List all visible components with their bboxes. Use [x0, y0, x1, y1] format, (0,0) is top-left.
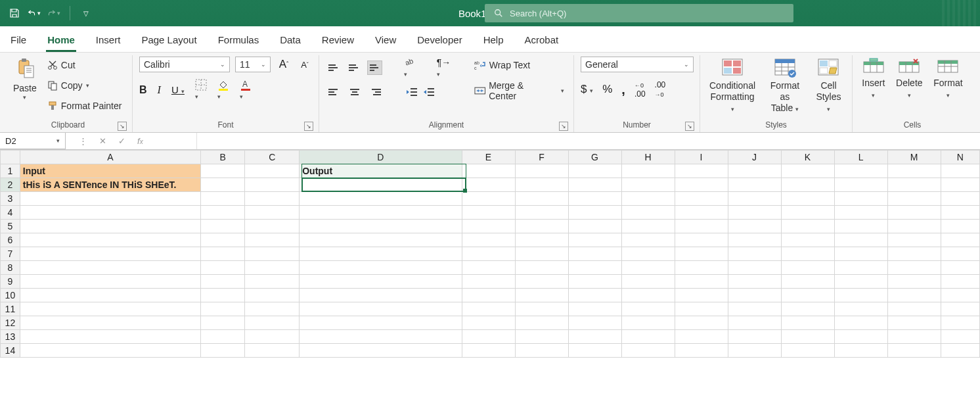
cell-K1[interactable] — [781, 164, 834, 178]
cell-K7[interactable] — [781, 247, 834, 261]
cell-L6[interactable] — [834, 233, 887, 247]
cell-D5[interactable] — [300, 220, 462, 233]
cell-I13[interactable] — [675, 330, 728, 344]
cell-N5[interactable] — [941, 220, 979, 233]
fx-icon[interactable]: fx — [137, 136, 143, 146]
fill-color-button[interactable]: ▾ — [217, 79, 229, 101]
cell-H10[interactable] — [621, 289, 675, 302]
cell-M4[interactable] — [887, 206, 941, 220]
cell-A8[interactable] — [20, 261, 200, 275]
cell-C11[interactable] — [245, 302, 300, 316]
cell-C7[interactable] — [245, 247, 300, 261]
cell-D6[interactable] — [300, 233, 462, 247]
name-box[interactable]: D2▾ — [0, 133, 66, 149]
cell-G7[interactable] — [568, 247, 621, 261]
font-color-button[interactable]: A ▾ — [240, 79, 252, 101]
tab-insert[interactable]: Insert — [95, 29, 122, 52]
cell-I14[interactable] — [675, 344, 728, 358]
col-header-M[interactable]: M — [887, 151, 941, 164]
cell-E4[interactable] — [462, 206, 515, 220]
cell-B2[interactable] — [201, 178, 245, 192]
cell-M11[interactable] — [887, 302, 941, 316]
cell-K9[interactable] — [781, 275, 834, 289]
cell-J12[interactable] — [728, 316, 781, 330]
cell-I8[interactable] — [675, 261, 728, 275]
cell-M12[interactable] — [887, 316, 941, 330]
cell-D11[interactable] — [300, 302, 462, 316]
cell-I9[interactable] — [675, 275, 728, 289]
decrease-indent-button[interactable] — [406, 87, 418, 97]
cell-J5[interactable] — [728, 220, 781, 233]
tab-file[interactable]: File — [9, 29, 28, 52]
cell-I11[interactable] — [675, 302, 728, 316]
row-header-1[interactable]: 1 — [1, 164, 20, 178]
row-header-8[interactable]: 8 — [1, 261, 20, 275]
cell-A14[interactable] — [20, 344, 200, 358]
search-box[interactable]: Search (Alt+Q) — [485, 4, 793, 22]
col-header-F[interactable]: F — [515, 151, 568, 164]
cell-I1[interactable] — [675, 164, 728, 178]
cell-E3[interactable] — [462, 192, 515, 206]
cell-L2[interactable] — [834, 178, 887, 192]
cell-J4[interactable] — [728, 206, 781, 220]
cell-A11[interactable] — [20, 302, 200, 316]
tab-data[interactable]: Data — [278, 29, 302, 52]
cell-A7[interactable] — [20, 247, 200, 261]
cell-M10[interactable] — [887, 289, 941, 302]
cell-A12[interactable] — [20, 316, 200, 330]
col-header-G[interactable]: G — [568, 151, 621, 164]
bold-button[interactable]: B — [139, 84, 147, 96]
row-header-4[interactable]: 4 — [1, 206, 20, 220]
cell-K11[interactable] — [781, 302, 834, 316]
cell-H4[interactable] — [621, 206, 675, 220]
cell-F14[interactable] — [515, 344, 568, 358]
cell-G8[interactable] — [568, 261, 621, 275]
copy-button[interactable]: Copy ▾ — [45, 78, 125, 93]
cell-N8[interactable] — [941, 261, 979, 275]
cell-I12[interactable] — [675, 316, 728, 330]
cell-G10[interactable] — [568, 289, 621, 302]
insert-cells-button[interactable]: Insert▾ — [859, 57, 887, 101]
format-cells-button[interactable]: Format▾ — [931, 57, 965, 101]
cell-M6[interactable] — [887, 233, 941, 247]
tab-help[interactable]: Help — [482, 29, 505, 52]
cell-B9[interactable] — [201, 275, 245, 289]
percent-button[interactable]: % — [602, 83, 612, 96]
cell-M13[interactable] — [887, 330, 941, 344]
cell-H7[interactable] — [621, 247, 675, 261]
cell-H14[interactable] — [621, 344, 675, 358]
cell-N10[interactable] — [941, 289, 979, 302]
cell-D9[interactable] — [300, 275, 462, 289]
cell-M2[interactable] — [887, 178, 941, 192]
cell-B5[interactable] — [201, 220, 245, 233]
row-header-3[interactable]: 3 — [1, 192, 20, 206]
cell-D3[interactable] — [300, 192, 462, 206]
number-dialog-launcher[interactable]: ↘ — [685, 122, 694, 131]
cell-K14[interactable] — [781, 344, 834, 358]
align-center-button[interactable] — [347, 85, 363, 99]
align-right-button[interactable] — [368, 85, 384, 99]
cell-C3[interactable] — [245, 192, 300, 206]
tab-view[interactable]: View — [374, 29, 397, 52]
align-bottom-button[interactable] — [367, 60, 382, 75]
cell-E12[interactable] — [462, 316, 515, 330]
cell-I2[interactable] — [675, 178, 728, 192]
cell-C9[interactable] — [245, 275, 300, 289]
cell-H2[interactable] — [621, 178, 675, 192]
cell-D4[interactable] — [300, 206, 462, 220]
cell-L8[interactable] — [834, 261, 887, 275]
cell-E6[interactable] — [462, 233, 515, 247]
cell-N11[interactable] — [941, 302, 979, 316]
cell-M5[interactable] — [887, 220, 941, 233]
cell-C4[interactable] — [245, 206, 300, 220]
cancel-icon[interactable]: ✕ — [99, 136, 106, 146]
cell-H5[interactable] — [621, 220, 675, 233]
cell-B3[interactable] — [201, 192, 245, 206]
cell-F13[interactable] — [515, 330, 568, 344]
conditional-formatting-button[interactable]: ConditionalFormatting ▾ — [707, 57, 758, 114]
cell-D14[interactable] — [300, 344, 462, 358]
tab-acrobat[interactable]: Acrobat — [523, 29, 560, 52]
cell-J9[interactable] — [728, 275, 781, 289]
cell-E13[interactable] — [462, 330, 515, 344]
cell-B11[interactable] — [201, 302, 245, 316]
